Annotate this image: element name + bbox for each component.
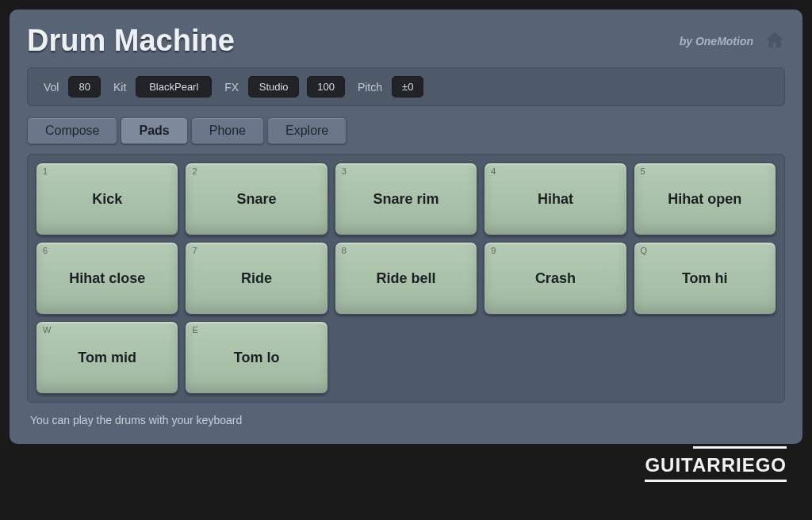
- pad-label: Ride: [241, 270, 272, 287]
- app-title: Drum Machine: [27, 24, 235, 58]
- vol-label: Vol: [44, 81, 59, 94]
- pad-key: 7: [192, 246, 197, 255]
- pad-key: 2: [192, 166, 197, 176]
- pad-label: Snare: [237, 191, 277, 208]
- pad-label: Tom mid: [78, 350, 136, 366]
- pitch-value[interactable]: ±0: [392, 76, 423, 98]
- tab-explore[interactable]: Explore: [267, 117, 347, 144]
- toolbar: Vol 80 Kit BlackPearl FX Studio 100 Pitc…: [27, 67, 785, 106]
- watermark-line-top: [693, 446, 787, 449]
- pad-kick[interactable]: 1 Kick: [36, 162, 178, 235]
- header: Drum Machine by OneMotion: [27, 24, 785, 58]
- pad-ride[interactable]: 7 Ride: [185, 242, 327, 315]
- home-icon[interactable]: [764, 29, 785, 52]
- pad-key: 8: [342, 246, 347, 255]
- pads-grid: 1 Kick 2 Snare 3 Snare rim 4 Hihat 5 Hih…: [27, 154, 785, 403]
- pad-tom-lo[interactable]: E Tom lo: [185, 321, 327, 394]
- pad-hihat-open[interactable]: 5 Hihat open: [634, 162, 776, 235]
- pad-tom-mid[interactable]: W Tom mid: [36, 321, 178, 394]
- pad-crash[interactable]: 9 Crash: [484, 242, 626, 315]
- tab-phone[interactable]: Phone: [191, 117, 264, 144]
- watermark-line-bottom: [645, 480, 787, 482]
- pad-key: 6: [43, 246, 48, 255]
- pad-snare-rim[interactable]: 3 Snare rim: [335, 162, 477, 235]
- pad-key: 5: [641, 166, 645, 176]
- pad-label: Snare rim: [373, 191, 439, 208]
- header-right: by OneMotion: [680, 29, 785, 52]
- app-panel: Drum Machine by OneMotion Vol 80 Kit Bla…: [10, 10, 802, 444]
- watermark-text: GUITARRIEGO: [645, 454, 787, 476]
- pad-label: Tom lo: [234, 350, 280, 366]
- kit-label: Kit: [113, 81, 126, 94]
- pad-hihat[interactable]: 4 Hihat: [484, 162, 626, 235]
- watermark: GUITARRIEGO: [645, 454, 787, 482]
- pad-key: 1: [43, 166, 48, 176]
- pitch-label: Pitch: [358, 81, 382, 94]
- byline: by OneMotion: [680, 35, 753, 48]
- pad-key: Q: [641, 246, 648, 255]
- pad-ride-bell[interactable]: 8 Ride bell: [335, 242, 477, 315]
- hint-text: You can play the drums with your keyboar…: [30, 414, 785, 426]
- pad-key: 3: [342, 166, 347, 176]
- pad-hihat-close[interactable]: 6 Hihat close: [36, 242, 178, 315]
- pad-label: Ride bell: [376, 270, 435, 287]
- fx-label: FX: [224, 81, 239, 94]
- pad-label: Kick: [92, 191, 122, 208]
- pad-label: Crash: [535, 270, 576, 287]
- fx-amount[interactable]: 100: [307, 76, 345, 98]
- pad-label: Hihat open: [668, 191, 741, 208]
- tab-pads[interactable]: Pads: [121, 117, 187, 144]
- pad-label: Hihat: [538, 191, 573, 208]
- tab-compose[interactable]: Compose: [27, 117, 117, 144]
- vol-value[interactable]: 80: [68, 76, 100, 98]
- pad-key: E: [192, 325, 197, 335]
- pad-label: Hihat close: [69, 270, 145, 287]
- kit-value[interactable]: BlackPearl: [136, 76, 212, 98]
- pad-label: Tom hi: [682, 270, 728, 287]
- pad-key: 9: [491, 246, 496, 255]
- pad-key: W: [43, 325, 51, 335]
- tabs: Compose Pads Phone Explore: [27, 117, 785, 144]
- fx-value[interactable]: Studio: [248, 76, 299, 98]
- pad-tom-hi[interactable]: Q Tom hi: [634, 242, 776, 315]
- pad-key: 4: [491, 166, 496, 176]
- pad-snare[interactable]: 2 Snare: [185, 162, 327, 235]
